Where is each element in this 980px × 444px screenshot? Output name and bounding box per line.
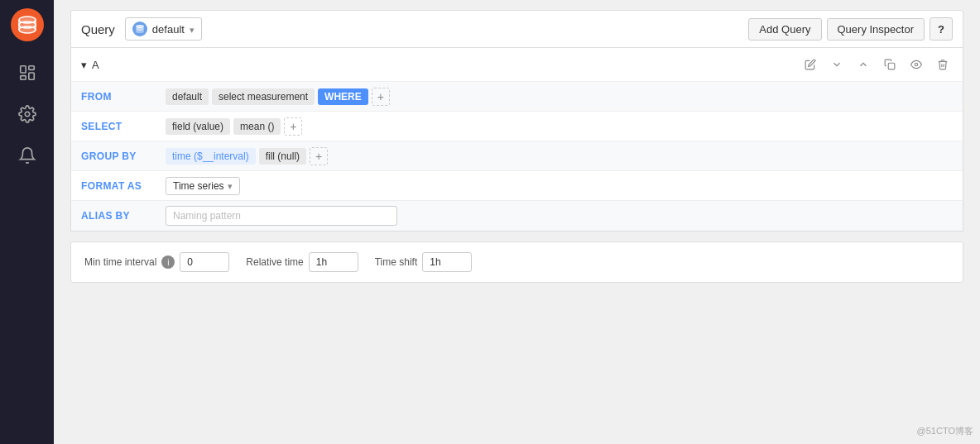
section-actions [800, 55, 953, 74]
move-up-icon[interactable] [853, 55, 873, 74]
svg-rect-9 [20, 66, 25, 73]
relative-time-group: Relative time [246, 252, 358, 272]
select-label: SELECT [71, 116, 162, 137]
aliasby-label: ALIAS BY [71, 205, 162, 227]
select-row: SELECT field (value) mean () + [71, 112, 963, 141]
groupby-content: time ($__interval) fill (null) + [162, 142, 963, 170]
field-value-tag[interactable]: field (value) [166, 118, 230, 135]
add-select-button[interactable]: + [284, 117, 302, 136]
svg-point-13 [25, 112, 30, 117]
move-down-icon[interactable] [827, 55, 847, 74]
svg-rect-11 [28, 73, 33, 79]
from-row: FROM default select measurement WHERE + [71, 82, 963, 112]
min-time-interval-group: Min time interval i [84, 252, 229, 272]
alias-input[interactable] [166, 206, 397, 226]
query-inspector-button[interactable]: Query Inspector [827, 18, 925, 41]
query-header-actions: Add Query Query Inspector ? [748, 17, 953, 41]
datasource-selector[interactable]: default [125, 17, 202, 41]
main-content: Query default Add Query Query Inspector … [54, 0, 980, 444]
datasource-name: default [152, 23, 185, 36]
aliasby-row: ALIAS BY [71, 201, 963, 231]
edit-query-icon[interactable] [800, 55, 820, 74]
section-id: A [92, 59, 99, 71]
notifications-nav-icon[interactable] [11, 139, 44, 172]
from-content: default select measurement WHERE + [162, 83, 963, 111]
query-header: Query default Add Query Query Inspector … [70, 10, 963, 48]
svg-point-18 [915, 63, 918, 66]
section-a-header: ▾ A [71, 48, 963, 82]
duplicate-query-icon[interactable] [880, 55, 900, 74]
time-interval-tag[interactable]: time ($__interval) [166, 148, 256, 165]
grafana-logo[interactable] [11, 8, 44, 41]
formatas-label: FORMAT AS [71, 175, 162, 197]
datasource-chevron-icon [190, 23, 195, 36]
aliasby-content [162, 201, 963, 231]
watermark: @51CTO博客 [917, 425, 973, 437]
add-groupby-button[interactable]: + [310, 147, 328, 165]
mean-tag[interactable]: mean () [233, 118, 281, 135]
query-panel: ▾ A [70, 48, 963, 232]
svg-rect-12 [20, 76, 25, 80]
add-where-button[interactable]: + [372, 88, 390, 106]
select-content: field (value) mean () + [162, 112, 963, 141]
toggle-visibility-icon[interactable] [906, 55, 926, 74]
groupby-label: GROUP BY [71, 146, 162, 167]
formatas-content: Time series [162, 172, 963, 200]
where-tag[interactable]: WHERE [318, 88, 368, 105]
query-title: Query [81, 22, 115, 36]
query-header-left: Query default [81, 17, 202, 41]
svg-point-16 [136, 30, 144, 33]
from-label: FROM [71, 86, 162, 107]
relative-time-input[interactable] [309, 252, 358, 272]
format-select-dropdown[interactable]: Time series [166, 177, 240, 195]
section-a-toggle[interactable]: ▾ A [81, 59, 99, 71]
fill-null-tag[interactable]: fill (null) [259, 148, 306, 165]
groupby-row: GROUP BY time ($__interval) fill (null) … [71, 141, 963, 171]
time-shift-group: Time shift [375, 252, 473, 272]
add-query-button[interactable]: Add Query [748, 18, 821, 41]
collapse-icon: ▾ [81, 59, 87, 71]
relative-time-label: Relative time [246, 256, 303, 268]
formatas-row: FORMAT AS Time series [71, 171, 963, 201]
dashboard-nav-icon[interactable] [11, 56, 44, 89]
from-database-tag[interactable]: default [166, 88, 209, 105]
svg-rect-17 [888, 63, 895, 69]
delete-query-icon[interactable] [933, 55, 953, 74]
from-measurement-tag[interactable]: select measurement [212, 88, 315, 105]
format-value: Time series [173, 180, 224, 192]
time-shift-input[interactable] [422, 252, 472, 272]
min-time-interval-label: Min time interval [84, 256, 156, 268]
settings-nav-icon[interactable] [11, 98, 44, 131]
help-button[interactable]: ? [930, 17, 953, 41]
datasource-icon [132, 21, 147, 36]
min-time-interval-input[interactable] [180, 252, 229, 272]
bottom-options: Min time interval i Relative time Time s… [70, 241, 963, 283]
time-shift-label: Time shift [375, 256, 418, 268]
svg-rect-10 [28, 66, 33, 70]
min-time-interval-info-icon[interactable]: i [161, 255, 175, 269]
format-chevron-icon [228, 180, 233, 192]
sidebar [0, 0, 54, 444]
